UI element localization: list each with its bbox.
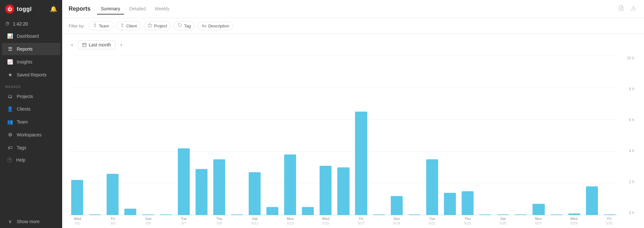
logo: ⏻ toggl — [5, 5, 32, 14]
bar[interactable] — [568, 213, 580, 215]
x-axis-label: Tue5/7 — [175, 216, 193, 225]
filter-project[interactable]: Project — [144, 21, 171, 30]
x-axis-label — [193, 216, 210, 225]
bar[interactable] — [462, 191, 474, 215]
bar[interactable] — [196, 169, 207, 215]
bar[interactable] — [142, 214, 154, 215]
export-csv-button[interactable] — [629, 4, 638, 14]
bar[interactable] — [391, 196, 403, 215]
sidebar-nav-item-projects[interactable]: 🗂 Projects — [2, 90, 60, 102]
bar[interactable] — [302, 207, 314, 215]
sidebar-item-label: Tags — [17, 145, 26, 150]
bar[interactable] — [444, 193, 456, 215]
bar[interactable] — [497, 214, 509, 215]
export-pdf-button[interactable] — [617, 4, 625, 14]
y-axis-label: 2 h — [621, 180, 634, 184]
bar[interactable] — [89, 214, 101, 215]
sidebar-nav-item-insights[interactable]: 📈 Insights — [2, 56, 60, 68]
topbar-actions — [617, 4, 638, 14]
x-axis-label — [299, 216, 317, 225]
filter-client[interactable]: Client — [116, 21, 141, 30]
y-axis-label: 6 h — [621, 118, 634, 122]
x-axis-label: Fri5/31 — [601, 216, 618, 225]
date-range-label: Last month — [89, 42, 111, 47]
show-more-item[interactable]: ∨ Show more — [2, 215, 60, 228]
bar[interactable] — [551, 214, 562, 215]
sidebar-nav-item-workspaces[interactable]: ⚙ Workspaces — [2, 129, 60, 141]
bar[interactable] — [71, 180, 83, 215]
x-axis-label — [86, 216, 104, 225]
bar[interactable] — [373, 214, 385, 215]
bar[interactable] — [533, 204, 544, 215]
tags-icon: 🏷 — [7, 145, 13, 150]
bar[interactable] — [178, 148, 190, 215]
bar-group — [299, 56, 316, 215]
bar[interactable] — [231, 214, 243, 215]
x-axis-label — [122, 216, 139, 225]
bar[interactable] — [604, 214, 616, 215]
svg-point-4 — [121, 24, 123, 25]
notification-bell-icon[interactable]: 🔔 — [50, 5, 57, 13]
x-axis: Wed5/1Fri5/3Sun5/5Tue5/7Thu5/9Sat5/11Mon… — [69, 215, 618, 225]
date-range-selector[interactable]: Last month — [78, 40, 115, 49]
bar[interactable] — [160, 214, 172, 215]
sidebar-nav-item-help[interactable]: ? Help — [2, 154, 60, 166]
tab-weekly[interactable]: Weekly — [151, 4, 173, 15]
bar-group — [104, 56, 121, 215]
sidebar-nav-item-team[interactable]: 👥 Team — [2, 116, 60, 128]
bar[interactable] — [355, 112, 367, 215]
bar-group — [548, 56, 565, 215]
sidebar-item-label: Dashboard — [17, 34, 39, 39]
prev-period-button[interactable]: ‹ — [69, 41, 75, 49]
filter-description[interactable]: Aa Description — [197, 22, 233, 30]
bar-group — [495, 56, 512, 215]
x-axis-label: Wed5/15 — [317, 216, 334, 225]
next-period-button[interactable]: › — [118, 41, 125, 49]
x-axis-label: Sat5/11 — [246, 216, 264, 225]
y-axis-label: 8 h — [621, 87, 634, 91]
sidebar-nav-item-tags[interactable]: 🏷 Tags — [2, 142, 60, 154]
bar[interactable] — [320, 166, 332, 215]
project-filter-icon — [148, 23, 152, 28]
filter-team[interactable]: Team — [89, 21, 113, 30]
filter-tag[interactable]: Tag — [174, 21, 195, 30]
bar[interactable] — [107, 174, 119, 215]
sidebar-nav-item-clients[interactable]: 👤 Clients — [2, 103, 60, 115]
x-axis-label — [547, 216, 565, 225]
timer-display[interactable]: ⏱ 1:42:20 — [0, 18, 62, 30]
bar-group — [122, 56, 139, 215]
filter-by-label: Filter by: — [69, 24, 85, 28]
x-axis-label: Fri5/17 — [352, 216, 370, 225]
sidebar-bottom: ∨ Show more — [0, 215, 62, 228]
bar-group — [388, 56, 405, 215]
projects-icon: 🗂 — [7, 94, 13, 99]
bar[interactable] — [586, 186, 598, 215]
bar-group — [228, 56, 245, 215]
bar[interactable] — [249, 172, 261, 215]
team-icon: 👥 — [7, 119, 13, 125]
svg-rect-5 — [148, 25, 152, 27]
sidebar-nav-item-saved-reports[interactable]: ★ Saved Reports — [2, 69, 60, 81]
x-axis-label: Fri5/3 — [104, 216, 122, 225]
bar-group — [86, 56, 103, 215]
bar[interactable] — [479, 214, 491, 215]
bar[interactable] — [266, 207, 278, 215]
bar[interactable] — [409, 214, 420, 215]
x-axis-label — [512, 216, 530, 225]
bar-group — [211, 56, 228, 215]
bar[interactable] — [515, 214, 527, 215]
sidebar-nav-item-reports[interactable]: ☰ Reports — [2, 43, 60, 55]
bar[interactable] — [213, 159, 225, 215]
bar[interactable] — [337, 167, 349, 215]
sidebar-nav-item-dashboard[interactable]: 📊 Dashboard — [2, 30, 60, 42]
bar[interactable] — [124, 209, 136, 215]
tab-detailed[interactable]: Detailed — [125, 4, 149, 15]
x-axis-label: Thu5/9 — [210, 216, 228, 225]
x-axis-label — [406, 216, 423, 225]
bar[interactable] — [426, 159, 438, 215]
x-axis-label: Wed5/29 — [565, 216, 583, 225]
sidebar-item-label: Saved Reports — [17, 72, 47, 77]
tab-summary[interactable]: Summary — [97, 4, 124, 15]
bar[interactable] — [284, 154, 296, 215]
x-axis-label — [334, 216, 352, 225]
